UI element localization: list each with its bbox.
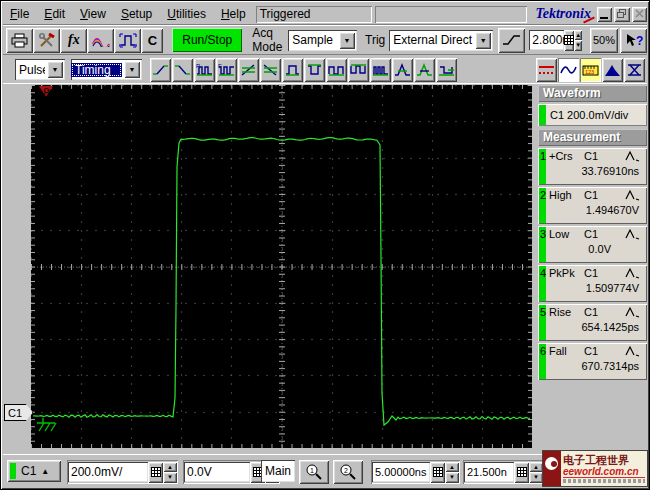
trigger-type-select[interactable]: Timing ▼: [71, 59, 142, 80]
trigger-edge-rise-button[interactable]: [150, 58, 171, 82]
chevron-down-icon[interactable]: ▼: [339, 32, 355, 49]
waveform-view-button[interactable]: [558, 58, 579, 82]
cursors-icon: [538, 63, 555, 77]
measurement-item-3[interactable]: 3 Low C1 0.0V: [538, 226, 647, 263]
trig-level-field[interactable]: 2.800mV: [529, 30, 564, 50]
watermark-site-url: eeworld.com.cn: [563, 466, 645, 478]
menu-file[interactable]: File: [3, 5, 37, 23]
keypad-icon: [151, 467, 161, 477]
zoom2-button[interactable]: 2: [333, 460, 363, 484]
measurement-item-6[interactable]: 6 Fall C1 670.7314ps: [538, 343, 647, 380]
zoom1-button[interactable]: 1: [299, 460, 329, 484]
tools-button[interactable]: [33, 28, 60, 53]
measurement-item-4[interactable]: 4 PkPk C1 1.509774V: [538, 265, 647, 302]
trig-level-spinner[interactable]: ▲ ▼: [574, 30, 582, 51]
menu-bar: File Edit View Setup Utilities Help Trig…: [3, 4, 647, 24]
display-zoom-button[interactable]: 50%: [590, 28, 618, 53]
mask-test-button[interactable]: [624, 58, 645, 82]
burst-icon: [372, 63, 389, 77]
context-help-button[interactable]: ?: [620, 28, 647, 53]
trigger-edge-fall-button[interactable]: [172, 58, 193, 82]
keypad-button[interactable]: [148, 462, 163, 483]
channel-select-button[interactable]: C1 ▲: [7, 460, 61, 482]
trigger-width-pos-button[interactable]: [392, 58, 413, 82]
vertical-scale-spinner[interactable]: ▲▼: [163, 462, 177, 483]
tools-icon: [39, 33, 55, 48]
horizontal-position-spinner[interactable]: ▲▼: [529, 462, 543, 483]
horizontal-mode-box[interactable]: Main: [261, 460, 295, 482]
edge-rise-icon: [152, 63, 169, 77]
fx-icon: fx: [68, 32, 80, 48]
pulse-glyph-icon: [625, 228, 641, 240]
pulse-neg-icon: [306, 63, 323, 77]
trigger-glitch-pos-button[interactable]: P: [194, 58, 215, 82]
menu-view[interactable]: View: [73, 5, 114, 23]
histogram-icon: [604, 63, 621, 77]
trigger-train-pos-button[interactable]: [326, 58, 347, 82]
cursors-button[interactable]: [536, 58, 557, 82]
chevron-down-icon[interactable]: ▼: [124, 61, 140, 78]
trigger-glitch-neg-button[interactable]: F: [216, 58, 237, 82]
waveform-channel-entry[interactable]: C1 200.0mV/div: [538, 104, 647, 126]
trigger-burst-button[interactable]: [370, 58, 391, 82]
record-scale-spinner[interactable]: ▲▼: [445, 462, 459, 483]
measurement-item-1[interactable]: 1 +Crs C1 33.76910ns: [538, 148, 647, 185]
trigger-width-neg-button[interactable]: [414, 58, 435, 82]
clear-button[interactable]: C: [141, 28, 163, 53]
measurement-tool-button[interactable]: 123: [580, 58, 601, 82]
channel-marker[interactable]: C1: [4, 404, 33, 421]
close-button[interactable]: [632, 7, 647, 22]
math-button[interactable]: fx: [60, 28, 87, 53]
trig-label: Trig: [365, 33, 385, 47]
pulse-glyph-icon: [625, 189, 641, 201]
trigger-train-neg-button[interactable]: [348, 58, 369, 82]
waveform-display[interactable]: 1.800V -200.0mV 5.000ns/div C1: [31, 85, 532, 448]
restore-button[interactable]: [614, 7, 629, 22]
svg-text:2: 2: [344, 467, 348, 474]
menu-edit[interactable]: Edit: [37, 5, 73, 23]
trigger-pulse-neg-button[interactable]: [304, 58, 325, 82]
vertical-offset-field[interactable]: 0.0V: [184, 462, 250, 482]
acq-mode-select[interactable]: Sample ▼: [288, 30, 357, 51]
spin-down-icon[interactable]: ▼: [574, 40, 582, 51]
menu-help[interactable]: Help: [214, 5, 254, 23]
autoset-button[interactable]: [114, 28, 141, 53]
rising-slope-icon: [502, 33, 521, 47]
width-neg-icon: [416, 63, 433, 77]
spin-up-icon[interactable]: ▲: [574, 30, 582, 41]
vertical-scale-group: 200.0mV/ ▲▼: [67, 460, 178, 484]
autoset-pulse-icon: [119, 33, 137, 48]
trigger-runt-rise-button[interactable]: [238, 58, 259, 82]
record-scale-field[interactable]: 5.00000ns: [372, 462, 430, 482]
chevron-down-icon[interactable]: ▼: [47, 61, 63, 78]
magnifier-2-icon: 2: [339, 464, 357, 480]
keypad-button[interactable]: [430, 462, 445, 483]
magnifier-1-icon: 1: [305, 464, 323, 480]
horizontal-position-field[interactable]: 21.500n: [464, 462, 514, 482]
trig-slope-button[interactable]: [498, 28, 525, 53]
vertical-top-scale: 1.800V: [33, 87, 71, 99]
keypad-button[interactable]: [564, 30, 574, 51]
menu-setup[interactable]: Setup: [114, 5, 160, 23]
menu-utilities[interactable]: Utilities: [160, 5, 214, 23]
trigger-class-select[interactable]: Pulse ▼: [15, 59, 65, 80]
trigger-pulse-pos-button[interactable]: [282, 58, 303, 82]
pulse-glyph-icon: [625, 150, 641, 162]
measurement-item-2[interactable]: 2 High C1 1.494670V: [538, 187, 647, 224]
graticule-grid: [31, 85, 532, 448]
waveform-colors-button[interactable]: [87, 28, 114, 53]
watermark-site-name: 电子工程世界: [563, 454, 645, 466]
trigger-runt-fall-button[interactable]: [260, 58, 281, 82]
print-button[interactable]: [6, 28, 33, 53]
trigger-setup-hold-button[interactable]: [436, 58, 457, 82]
measurement-item-5[interactable]: 5 Rise C1 654.1425ps: [538, 304, 647, 341]
run-stop-button[interactable]: Run/Stop: [172, 28, 242, 52]
histogram-button[interactable]: [602, 58, 623, 82]
vertical-scale-field[interactable]: 200.0mV/: [68, 462, 148, 482]
channel-color-bar: [539, 105, 546, 125]
trig-source-select[interactable]: External Direct ▼: [389, 30, 493, 51]
minimize-button[interactable]: [597, 7, 612, 22]
keypad-button[interactable]: [514, 462, 529, 483]
chevron-down-icon[interactable]: ▼: [475, 32, 491, 49]
minimize-icon: [600, 17, 608, 19]
